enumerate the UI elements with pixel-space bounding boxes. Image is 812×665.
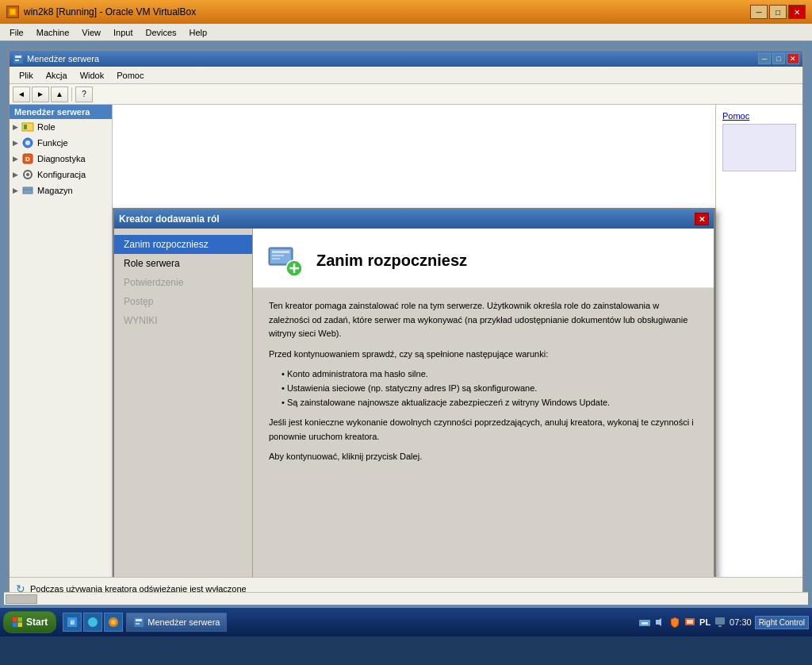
role-icon bbox=[21, 121, 34, 133]
window-title: win2k8 [Running] - Oracle VM VirtualBox bbox=[24, 6, 196, 17]
dialog-content: Zanim rozpoczniesz Ten kreator pomaga za… bbox=[253, 229, 714, 577]
maximize-button[interactable]: □ bbox=[769, 5, 787, 19]
menu-file[interactable]: File bbox=[3, 26, 30, 39]
svg-rect-41 bbox=[718, 625, 722, 627]
up-btn[interactable]: ▲ bbox=[51, 86, 68, 102]
window-controls: ─ □ ✕ bbox=[750, 5, 806, 19]
help-btn[interactable]: ? bbox=[75, 86, 93, 102]
svg-rect-39 bbox=[687, 620, 693, 624]
svg-marker-37 bbox=[656, 618, 661, 626]
sm-menu-widok[interactable]: Widok bbox=[74, 69, 111, 82]
sidebar-item-konfiguracja[interactable]: ▶ Konfiguracja bbox=[10, 167, 112, 183]
svg-rect-18 bbox=[272, 255, 284, 256]
start-label: Start bbox=[26, 617, 48, 628]
menu-view[interactable]: View bbox=[75, 26, 107, 39]
funkcje-icon bbox=[21, 136, 34, 149]
menu-devices[interactable]: Devices bbox=[139, 26, 182, 39]
svg-rect-23 bbox=[13, 617, 17, 622]
sm-minimize[interactable]: ─ bbox=[758, 53, 771, 64]
dialog-text-area: Ten kreator pomaga zainstalować role na … bbox=[253, 288, 714, 577]
svg-rect-32 bbox=[134, 617, 144, 627]
dialog-close-button[interactable]: ✕ bbox=[695, 213, 709, 225]
sm-maximize[interactable]: □ bbox=[772, 53, 785, 64]
vm-icon[interactable] bbox=[684, 616, 696, 628]
menu-machine[interactable]: Machine bbox=[30, 26, 76, 39]
sidebar-item-diagnostyka[interactable]: ▶ D Diagnostyka bbox=[10, 151, 112, 167]
right-control-btn[interactable]: Right Control bbox=[755, 616, 809, 629]
quicklaunch-icon-2[interactable] bbox=[83, 613, 102, 632]
diagnostyka-icon: D bbox=[21, 152, 34, 165]
intro-text: Ten kreator pomaga zainstalować role na … bbox=[269, 299, 698, 341]
nav-item-zanim[interactable]: Zanim rozpoczniesz bbox=[114, 235, 252, 254]
start-button[interactable]: Start bbox=[3, 611, 56, 633]
add-roles-dialog: Kreator dodawania ról ✕ Zanim rozpocznie… bbox=[113, 208, 715, 577]
quicklaunch-icon-1[interactable]: 🖥 bbox=[63, 613, 82, 632]
vbox-icon bbox=[6, 6, 19, 18]
svg-text:🖥: 🖥 bbox=[69, 619, 75, 626]
svg-rect-3 bbox=[15, 56, 21, 58]
svg-rect-25 bbox=[13, 623, 17, 628]
monitor-icon[interactable] bbox=[714, 616, 726, 628]
sm-toolbar: ◄ ► ▲ ? bbox=[10, 84, 802, 105]
server-manager-titlebar: Menedżer serwera ─ □ ✕ bbox=[10, 51, 802, 67]
systray-icons bbox=[638, 616, 696, 628]
quicklaunch: 🖥 bbox=[63, 613, 123, 632]
magazyn-icon bbox=[21, 184, 34, 197]
svg-rect-26 bbox=[18, 623, 23, 628]
windows-logo-icon bbox=[12, 617, 23, 628]
taskbar-left: Start 🖥 Menedżer bbox=[3, 611, 227, 633]
svg-rect-40 bbox=[715, 617, 725, 625]
horizontal-scrollbar[interactable] bbox=[4, 592, 808, 605]
sidebar-label-magazyn: Magazyn bbox=[37, 186, 73, 195]
svg-point-8 bbox=[25, 140, 30, 145]
taskbar-right: PL 07:30 Right Control bbox=[638, 616, 809, 629]
svg-text:D: D bbox=[25, 156, 30, 163]
sm-menu-plik[interactable]: Plik bbox=[13, 69, 40, 82]
close-button[interactable]: ✕ bbox=[788, 5, 806, 19]
sm-menu-akcja[interactable]: Akcja bbox=[40, 69, 74, 82]
continue-text: Aby kontynuować, kliknij przycisk Dalej. bbox=[269, 450, 698, 464]
svg-rect-17 bbox=[272, 251, 289, 253]
sm-close[interactable]: ✕ bbox=[787, 53, 799, 64]
more-systray bbox=[714, 616, 726, 628]
language-indicator: PL bbox=[699, 617, 710, 627]
security-icon[interactable] bbox=[668, 616, 681, 628]
svg-rect-29 bbox=[88, 617, 98, 627]
menu-help[interactable]: Help bbox=[183, 26, 214, 39]
help-link[interactable]: Pomoc bbox=[722, 111, 749, 121]
check-intro-text: Przed kontynuowaniem sprawdź, czy są spe… bbox=[269, 348, 698, 362]
taskbar-app-btn[interactable]: Menedżer serwera bbox=[126, 613, 227, 632]
sidebar-item-funkcje[interactable]: ▶ Funkcje bbox=[10, 135, 112, 151]
dialog-heading: Zanim rozpoczniesz bbox=[316, 252, 467, 270]
server-manager-icon bbox=[13, 53, 24, 64]
svg-rect-13 bbox=[23, 187, 33, 194]
sidebar-label-funkcje: Funkcje bbox=[37, 138, 68, 148]
sidebar-item-role[interactable]: ▶ Role bbox=[10, 119, 112, 135]
nav-item-role[interactable]: Role serwera bbox=[114, 254, 252, 273]
sidebar-label-role: Role bbox=[37, 122, 56, 132]
back-btn[interactable]: ◄ bbox=[13, 86, 30, 102]
check-item-2: Są zainstalowane najnowsze aktualizacje … bbox=[282, 396, 698, 410]
svg-rect-33 bbox=[136, 619, 142, 621]
taskbar: Start 🖥 Menedżer bbox=[0, 608, 812, 636]
dialog-title-text: Kreator dodawania ról bbox=[119, 213, 220, 225]
forward-btn[interactable]: ► bbox=[32, 86, 49, 102]
sidebar-item-magazyn[interactable]: ▶ Magazyn bbox=[10, 183, 112, 198]
menu-input[interactable]: Input bbox=[107, 26, 139, 39]
virtualbox-menubar: File Machine View Input Devices Help bbox=[0, 24, 812, 41]
speaker-icon[interactable] bbox=[653, 616, 666, 628]
clock-area[interactable]: 07:30 bbox=[730, 617, 752, 627]
svg-point-12 bbox=[26, 173, 29, 176]
network-icon[interactable] bbox=[638, 616, 651, 628]
dialog-nav: Zanim rozpoczniesz Role serwera Potwierd… bbox=[114, 229, 253, 577]
sm-menu-pomoc[interactable]: Pomoc bbox=[110, 69, 150, 82]
clock-display: 07:30 bbox=[730, 617, 752, 627]
virtualbox-titlebar: win2k8 [Running] - Oracle VM VirtualBox … bbox=[0, 0, 812, 24]
wizard-icon bbox=[266, 241, 304, 279]
svg-rect-4 bbox=[15, 60, 19, 61]
dialog-header: Zanim rozpoczniesz bbox=[253, 229, 714, 288]
quicklaunch-icon-3[interactable] bbox=[104, 613, 123, 632]
minimize-button[interactable]: ─ bbox=[750, 5, 768, 19]
svg-rect-24 bbox=[18, 617, 23, 622]
nav-item-postep: Postęp bbox=[114, 292, 252, 311]
